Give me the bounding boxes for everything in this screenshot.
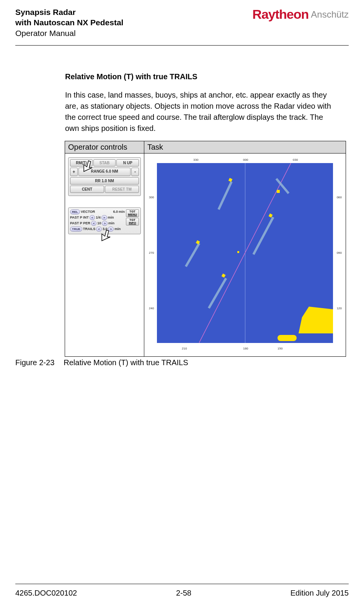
header-line2: with Nautoscan NX Pedestal (15, 17, 123, 28)
tgt-menu-button[interactable]: TGT MENU (126, 209, 139, 217)
radar-display: 330 000 030 060 090 120 150 180 210 240 … (147, 157, 343, 353)
pint-gt[interactable]: > (101, 215, 107, 220)
bearing-label: 270 (149, 251, 154, 255)
rm-button[interactable]: RM(T) (70, 159, 93, 167)
nup-button[interactable]: N UP (116, 159, 139, 167)
vector-unit: min (119, 210, 125, 214)
vector-trails-panel: REL VECTOR 6.0 min PAST P INT < (68, 207, 141, 234)
motion-control-panel: RM(T) STAB N UP + RANGE 6.0 NM - RR 1.0 … (68, 157, 141, 196)
pint-value: 1/4 (96, 216, 101, 219)
section-title: Relative Motion (T) with true TRAILS (65, 72, 337, 81)
bearing-label: 120 (337, 307, 342, 310)
rel-pill[interactable]: REL (70, 209, 80, 214)
past-p-int-label: PAST P INT (70, 216, 89, 219)
range-minus-button[interactable]: - (131, 168, 139, 176)
operator-table: Operator controls Task RM(T) STAB N UP (65, 141, 346, 357)
footer-pagenum: 2-58 (176, 589, 191, 598)
bearing-label: 210 (182, 347, 187, 350)
bearing-label: 150 (277, 347, 282, 350)
target-blip (237, 251, 239, 253)
logo-raytheon: Raytheon (252, 7, 309, 22)
bearing-label: 300 (149, 196, 154, 199)
vector-label: VECTOR (81, 210, 95, 214)
trails-unit: min (114, 227, 121, 231)
trails-lt[interactable]: < (96, 227, 102, 232)
page-footer: 4265.DOC020102 2-58 Edition July 2015 (15, 584, 349, 598)
bearing-label: 240 (149, 307, 154, 310)
footer-docid: 4265.DOC020102 (15, 589, 77, 598)
land-mass (277, 335, 297, 341)
range-plus-button[interactable]: + (70, 168, 78, 176)
figure-caption: Figure 2-23 Relative Motion (T) with tru… (15, 358, 337, 367)
bearing-label: 060 (337, 196, 342, 199)
table-cell-task: 330 000 030 060 090 120 150 180 210 240 … (144, 153, 346, 356)
trails-gt[interactable]: > (108, 227, 114, 232)
bearing-label: 090 (337, 251, 342, 255)
table-cell-controls: RM(T) STAB N UP + RANGE 6.0 NM - RR 1.0 … (65, 153, 144, 356)
logo: Raytheon Anschütz (252, 7, 349, 22)
trails-value: 3.0 (103, 227, 108, 231)
vector-value: 6.0 (113, 210, 118, 214)
header-line1: Synapsis Radar (15, 7, 123, 17)
bearing-label: 180 (243, 347, 248, 350)
bearing-label: 330 (193, 158, 198, 162)
section-body: In this case, land masses, buoys, ships … (65, 90, 337, 134)
header-line3: Operator Manual (15, 28, 123, 38)
trails-label: TRAILS (83, 227, 96, 231)
table-header-controls: Operator controls (65, 141, 144, 153)
target-blip (277, 190, 280, 193)
bearing-label: 000 (243, 158, 248, 162)
pper-lt[interactable]: < (91, 221, 97, 226)
pint-lt[interactable]: < (90, 215, 95, 220)
logo-anschutz: Anschütz (311, 9, 349, 20)
pper-gt[interactable]: > (102, 221, 108, 226)
header-title-block: Synapsis Radar with Nautoscan NX Pedesta… (15, 7, 123, 38)
true-pill[interactable]: TRUE (70, 227, 82, 232)
rr-button[interactable]: RR 1.0 NM (70, 177, 139, 184)
reset-tm-button[interactable]: RESET TM (105, 186, 139, 193)
cent-button[interactable]: CENT (70, 186, 104, 193)
past-p-per-label: PAST P PER (70, 221, 90, 225)
range-button[interactable]: RANGE 6.0 NM (78, 168, 131, 176)
pint-unit: min (108, 216, 114, 219)
figure-number: Figure 2-23 (15, 358, 54, 367)
tgt-info-button[interactable]: TGT INFO (126, 218, 139, 225)
figure-text: Relative Motion (T) with true TRAILS (64, 358, 188, 367)
footer-edition: Edition July 2015 (291, 589, 349, 598)
bearing-label: 030 (293, 158, 298, 162)
pper-value: 10 (97, 221, 101, 225)
stab-button[interactable]: STAB (93, 159, 116, 167)
content-area: Relative Motion (T) with true TRAILS In … (15, 46, 349, 584)
table-header-task: Task (144, 141, 346, 153)
pper-unit: min (108, 221, 114, 225)
page-header: Synapsis Radar with Nautoscan NX Pedesta… (15, 7, 349, 46)
